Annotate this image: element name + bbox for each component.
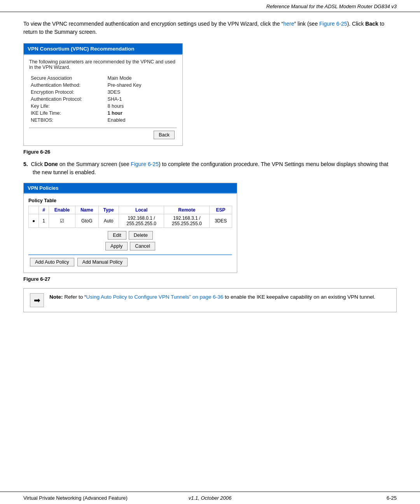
param-value: Enabled	[106, 117, 177, 124]
policy-buttons-row2: Apply Cancel	[28, 242, 232, 250]
col-header-enable: Enable	[49, 206, 75, 214]
param-row-netbios: NETBIOS: Enabled	[29, 117, 177, 124]
param-label: Key Life:	[29, 103, 106, 110]
figure-27-label: Figure 6-27	[23, 276, 397, 282]
row-num: 1	[39, 214, 49, 228]
intro-paragraph: To view the VPNC recommended authenticat…	[23, 20, 397, 36]
row-local: 192.168.0.1 /255.255.255.0	[119, 214, 164, 228]
vpn-policies-box: VPN Policies Policy Table # Enable Name …	[23, 183, 237, 273]
vpn-consortium-desc: The following parameters are recommended…	[29, 59, 177, 70]
figure625-link2[interactable]: Figure 6-25	[131, 161, 159, 167]
col-header-esp: ESP	[210, 206, 232, 214]
col-header-name: Name	[75, 206, 98, 214]
param-label: NETBIOS:	[29, 117, 106, 124]
add-manual-policy-button[interactable]: Add Manual Policy	[77, 258, 128, 266]
vpn-box-footer-divider	[29, 128, 177, 128]
vpn-consortium-body: The following parameters are recommended…	[24, 55, 182, 145]
param-label: Encryption Protocol:	[29, 89, 106, 96]
figure-26-label: Figure 6-26	[23, 149, 397, 155]
col-header-num: #	[39, 206, 49, 214]
policy-table-label: Policy Table	[28, 198, 232, 203]
param-value: 3DES	[106, 89, 177, 96]
vpn-box-footer: Back	[29, 131, 177, 142]
param-row-encryption: Encryption Protocol: 3DES	[29, 89, 177, 96]
step5-number: 5.	[23, 161, 28, 167]
footer-center: v1.1, October 2006	[189, 495, 232, 501]
policy-table-row: ● 1 ☑ GtoG Auto 192.168.0.1 /255.255.255…	[29, 214, 232, 228]
vpn-params-table: Secure Association Main Mode Authenticat…	[29, 75, 177, 124]
param-row-auth-method: Authentication Method: Pre-shared Key	[29, 82, 177, 89]
row-checkbox[interactable]: ☑	[49, 214, 75, 228]
param-label: Authentication Method:	[29, 82, 106, 89]
vpn-consortium-header: VPN Consortium (VPNC) Recommendation	[24, 44, 182, 54]
row-remote: 192.168.3.1 /255.255.255.0	[164, 214, 210, 228]
apply-button[interactable]: Apply	[105, 242, 128, 250]
vpn-consortium-box: VPN Consortium (VPNC) Recommendation The…	[23, 43, 183, 146]
note-bold: Note:	[49, 294, 63, 300]
delete-button[interactable]: Delete	[129, 231, 153, 240]
note-link[interactable]: Using Auto Policy to Configure VPN Tunne…	[86, 294, 224, 300]
edit-button[interactable]: Edit	[108, 231, 126, 240]
param-row-key-life: Key Life: 8 hours	[29, 103, 177, 110]
param-value: SHA-1	[106, 96, 177, 103]
param-row-secure-association: Secure Association Main Mode	[29, 75, 177, 82]
col-header-local: Local	[119, 206, 164, 214]
param-label: Authentication Protocol:	[29, 96, 106, 103]
row-type: Auto	[98, 214, 119, 228]
param-value: Main Mode	[106, 75, 177, 82]
vpn-policies-body: Policy Table # Enable Name Type Local Re…	[24, 194, 237, 273]
intro-text1: To view the VPNC recommended authenticat…	[23, 21, 283, 27]
param-value: Pre-shared Key	[106, 82, 177, 89]
header-title: Reference Manual for the ADSL Modem Rout…	[266, 4, 397, 9]
page-container: Reference Manual for the ADSL Modem Rout…	[0, 0, 420, 504]
page-header: Reference Manual for the ADSL Modem Rout…	[0, 0, 420, 12]
col-header-blank	[29, 206, 39, 214]
row-radio[interactable]: ●	[29, 214, 39, 228]
col-header-remote: Remote	[164, 206, 210, 214]
content-area: To view the VPNC recommended authenticat…	[0, 12, 420, 484]
arrow-icon: ➡	[30, 293, 44, 307]
add-auto-policy-button[interactable]: Add Auto Policy	[30, 258, 74, 266]
policy-table: # Enable Name Type Local Remote ESP ● 1	[28, 206, 232, 228]
col-header-type: Type	[98, 206, 119, 214]
step5-paragraph: 5. Click Done on the Summary screen (see…	[23, 160, 397, 177]
param-label: Secure Association	[29, 75, 106, 82]
param-row-ike-life: IKE Life Time: 1 hour	[29, 110, 177, 117]
note-text: Note: Refer to “Using Auto Policy to Con…	[49, 293, 375, 301]
vpn-policies-footer-divider	[28, 254, 232, 256]
policy-buttons-row1: Edit Delete	[28, 231, 232, 240]
note-body: Refer to “Using Auto Policy to Configure…	[64, 294, 375, 300]
param-label: IKE Life Time:	[29, 110, 106, 117]
row-name: GtoG	[75, 214, 98, 228]
vpn-policies-footer: Add Auto Policy Add Manual Policy	[28, 258, 232, 269]
cancel-button[interactable]: Cancel	[130, 242, 155, 250]
figure625-link[interactable]: Figure 6-25	[319, 21, 347, 27]
vpn-policies-header: VPN Policies	[24, 183, 237, 193]
param-value-bold: 1 hour	[106, 110, 177, 117]
policy-table-header-row: # Enable Name Type Local Remote ESP	[29, 206, 232, 214]
back-button[interactable]: Back	[154, 131, 175, 139]
param-value: 8 hours	[106, 103, 177, 110]
param-row-auth-protocol: Authentication Protocol: SHA-1	[29, 96, 177, 103]
step5-text1: Click Done on the Summary screen (see	[31, 161, 131, 167]
page-footer: Virtual Private Networking (Advanced Fea…	[0, 492, 420, 504]
intro-text2: ” link (see	[294, 21, 319, 27]
note-box: ➡ Note: Refer to “Using Auto Policy to C…	[23, 288, 397, 312]
row-esp: 3DES	[210, 214, 232, 228]
here-link[interactable]: here	[283, 21, 294, 27]
footer-left: Virtual Private Networking (Advanced Fea…	[23, 495, 128, 501]
footer-right: 6-25	[387, 495, 397, 501]
